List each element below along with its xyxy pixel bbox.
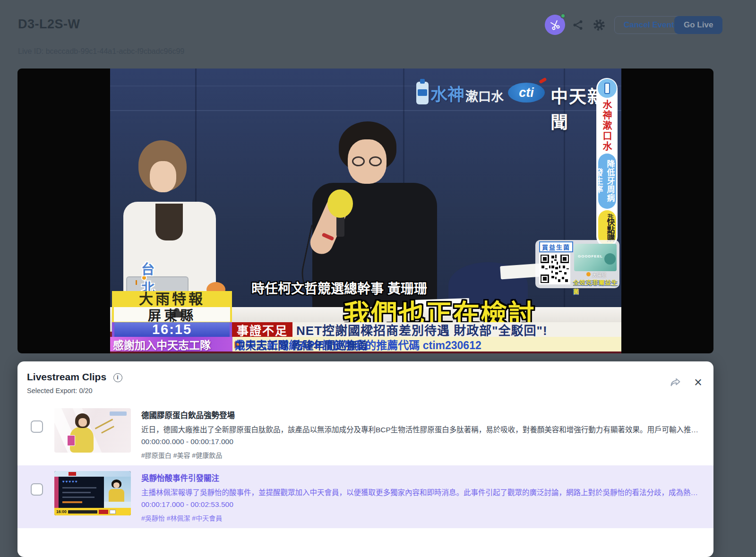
scissors-icon	[548, 17, 562, 32]
thumb-ticker-red-box	[99, 510, 108, 514]
qr-code	[539, 253, 570, 284]
thumb-chat-screen: ♥♥♥♥♥	[59, 477, 104, 508]
product-box-brand: GOODFEEL	[578, 254, 603, 258]
thumb-anchor-zone	[104, 477, 131, 508]
export-share-icon[interactable]	[669, 376, 682, 388]
thumb-ticker-white-box	[110, 510, 116, 514]
thumb-text-line	[62, 492, 91, 493]
wall-line	[110, 86, 621, 86]
clip-title: 吳靜怡酸事件引發關注	[141, 472, 705, 483]
online-status-dot	[560, 13, 566, 18]
news-bar: 事證不足 NET控謝國樑招商差別待遇 財政部"全駁回"!	[232, 322, 621, 337]
thumb-anchor-desk	[104, 502, 131, 508]
info-icon[interactable]: i	[113, 373, 122, 382]
ticker-right: 戴中天新聞網APP請使用我的推薦代碼 ctim230612 ▶ 中天志工隊 乾隆…	[232, 337, 621, 351]
thumb-hearts-row: ♥♥♥♥♥	[62, 480, 78, 484]
video-scene: 水神 漱口水 cti 中天新聞 水神漱口水 降低牙周病發生率 #快點購 買益生菌	[110, 69, 621, 353]
water-bottle-cap	[420, 79, 425, 84]
thumb-text-line	[62, 497, 94, 498]
brand-dot-icon	[586, 272, 591, 276]
ticker-bar: ♡♡ 感謝加入中天志工隊 戴中天新聞網APP請使用我的推薦代碼 ctim2306…	[110, 337, 621, 351]
news-headline: NET控謝國樑招商差別待遇 財政部"全駁回"!	[292, 322, 621, 337]
left-anchor-shirt	[155, 204, 183, 240]
microphone-body	[336, 216, 344, 237]
microphone-icon	[327, 189, 353, 218]
qr-label: 買益生菌	[539, 241, 573, 252]
selected-export-counter: Selected Export: 0/20	[27, 387, 703, 394]
thumb-anchor-top	[109, 489, 124, 502]
brand-product-text: 漱口水	[465, 86, 504, 105]
clip-title: 德國膠原蛋白飲品強勢登場	[141, 409, 705, 420]
clip-time-range: 00:00:00.000 - 00:00:17.000	[141, 437, 705, 446]
thumb-ticker-clock: 16:00	[56, 509, 67, 514]
thumb-presenter-face	[78, 418, 87, 427]
speaker-glasses	[352, 156, 365, 166]
clip-row[interactable]: 德國膠原蛋白飲品強勢登場 近日，德國大廠推出了全新膠原蛋白肽飲品，該產品以無添加…	[17, 403, 713, 465]
livestream-clips-panel: Livestream Clips i × Selected Export: 0/…	[17, 361, 713, 557]
thumb-product-box	[67, 435, 75, 446]
ticker-next-text: 中天志工隊 乾隆年間巡撫首	[234, 337, 368, 351]
weather-region: 屏東縣	[148, 305, 196, 324]
product-badge	[604, 253, 616, 265]
clip-description: 近日，德國大廠推出了全新膠原蛋白肽飲品，該產品以無添加成分及專利BCP生物活性膠…	[141, 424, 705, 434]
share-icon[interactable]	[572, 19, 584, 31]
clip-time-range: 00:00:17.000 - 00:02:53.500	[141, 500, 705, 509]
gear-icon[interactable]	[592, 18, 606, 32]
cti-logo-text: cti	[519, 86, 534, 100]
broadcast-clock: 16:15	[112, 322, 232, 337]
thumb-logo-mark	[110, 411, 127, 416]
clip-description: 主播林佩潔報導了吳靜怡的酸事件，並提醒觀眾加入中天會員，以便獲取更多獨家內容和即…	[141, 487, 705, 497]
banner-claim: 降低牙周病發生率	[598, 154, 616, 209]
clip-row[interactable]: ♥♥♥♥♥ 16:00	[17, 465, 713, 528]
thumb-text-line	[62, 487, 96, 488]
thumb-ticker: 16:00	[54, 508, 131, 515]
banner-bottle-icon	[598, 79, 617, 98]
side-ad-banner: 水神漱口水 降低牙周病發生率 #快點購	[596, 78, 618, 247]
cancel-event-button[interactable]: Cancel Event	[614, 16, 684, 34]
location-tag: 台北	[141, 275, 143, 280]
thumb-text-line	[62, 501, 82, 503]
qr-promo-panel: 買益生菌	[535, 240, 619, 288]
clip-hashtags: #膠原蛋白 #美容 #健康飲品	[141, 450, 705, 460]
banner-brand: 水神漱口水	[600, 98, 614, 154]
product-brand: 大陽星	[592, 271, 606, 278]
thumb-side-banner	[54, 477, 59, 508]
news-tag: 事證不足	[232, 322, 292, 337]
speaker-glasses	[369, 156, 382, 166]
cti-logo-accent	[539, 77, 547, 84]
product-name: 全效克菲爾益生菌	[573, 278, 619, 296]
thumb-anchor-face	[113, 482, 120, 488]
panel-title: Livestream Clips	[27, 371, 106, 383]
clip-thumbnail[interactable]: ♥♥♥♥♥ 16:00	[54, 471, 131, 515]
cti-logo: cti	[508, 83, 545, 103]
clip-checkbox[interactable]	[31, 420, 43, 433]
left-anchor-face	[150, 161, 176, 192]
thumb-red-badge	[69, 472, 76, 476]
page-title: D3-L2S-W	[18, 17, 80, 32]
thumb-top-bar	[54, 471, 131, 477]
water-bottle-label	[418, 89, 427, 96]
clip-hashtags: #吳靜怡 #林佩潔 #中天會員	[141, 513, 705, 523]
clip-checkbox[interactable]	[31, 483, 43, 496]
clip-thumbnail[interactable]	[54, 408, 131, 453]
go-live-button[interactable]: Go Live	[674, 16, 722, 34]
weather-alert-box: 大雨特報 屏東縣	[112, 291, 232, 324]
close-icon[interactable]: ×	[694, 377, 702, 387]
ticker-left-text: 感謝加入中天志工隊	[113, 337, 211, 351]
wall-line	[110, 110, 621, 111]
brand-logo-text: 水神	[430, 81, 464, 105]
live-id-label: Live ID: bceccadb-99c1-44a1-acbc-f9cbadc…	[18, 47, 184, 56]
ticker-left: ♡♡ 感謝加入中天志工隊	[110, 337, 232, 351]
video-player[interactable]: 水神 漱口水 cti 中天新聞 水神漱口水 降低牙周病發生率 #快點購 買益生菌	[17, 69, 713, 353]
map-pin-stem	[136, 280, 137, 285]
thumb-ticker-text-bar	[68, 510, 97, 514]
